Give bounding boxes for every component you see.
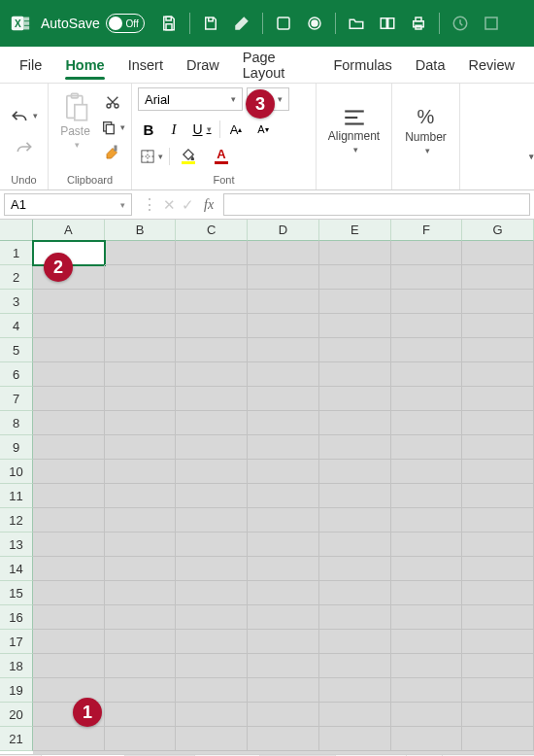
autosave-toggle[interactable]: AutoSave Off: [41, 14, 145, 33]
cell[interactable]: [248, 460, 319, 484]
cell[interactable]: [319, 557, 391, 581]
cell[interactable]: [33, 605, 105, 630]
cell[interactable]: [33, 387, 105, 411]
cell[interactable]: [391, 314, 463, 338]
redo-button[interactable]: [8, 135, 41, 158]
cell[interactable]: [319, 727, 391, 751]
cell[interactable]: [462, 630, 534, 654]
qat-icon-4[interactable]: [450, 13, 471, 34]
cell[interactable]: [462, 411, 534, 435]
cell[interactable]: [176, 290, 248, 314]
cell[interactable]: [391, 654, 463, 678]
column-header[interactable]: F: [391, 220, 463, 241]
cell[interactable]: [462, 290, 534, 314]
cell[interactable]: [391, 265, 463, 290]
cell[interactable]: [105, 727, 177, 751]
cell[interactable]: [176, 630, 248, 654]
cell[interactable]: [33, 630, 105, 654]
row-header[interactable]: 7: [0, 387, 33, 411]
cell[interactable]: [391, 605, 463, 630]
row-header[interactable]: 17: [0, 630, 33, 654]
cell[interactable]: [176, 241, 248, 265]
cell[interactable]: [462, 533, 534, 557]
cell[interactable]: [105, 362, 177, 387]
cell[interactable]: [319, 581, 391, 605]
cell[interactable]: [33, 557, 105, 581]
cell[interactable]: [105, 435, 177, 460]
cell[interactable]: [391, 387, 463, 411]
cell[interactable]: [462, 727, 534, 751]
column-header[interactable]: D: [248, 220, 319, 241]
cell[interactable]: [105, 484, 177, 508]
save-icon[interactable]: [158, 13, 180, 34]
cell[interactable]: [319, 362, 391, 387]
cell[interactable]: [462, 605, 534, 630]
cell[interactable]: [176, 265, 248, 290]
cell[interactable]: [462, 314, 534, 338]
row-header[interactable]: 5: [0, 338, 33, 362]
cell[interactable]: [248, 727, 319, 751]
cell[interactable]: [176, 678, 248, 703]
cell[interactable]: [319, 435, 391, 460]
cell[interactable]: [33, 460, 105, 484]
paste-button[interactable]: Paste ▾: [54, 87, 96, 150]
cell[interactable]: [319, 290, 391, 314]
cell[interactable]: [248, 557, 319, 581]
row-header[interactable]: 8: [0, 411, 33, 435]
row-header[interactable]: 19: [0, 678, 33, 703]
column-header[interactable]: B: [105, 220, 177, 241]
cell[interactable]: [33, 484, 105, 508]
cell[interactable]: [319, 265, 391, 290]
cell[interactable]: [105, 338, 177, 362]
cell[interactable]: [391, 241, 463, 265]
cell[interactable]: [33, 362, 105, 387]
cell[interactable]: [33, 581, 105, 605]
qat-icon-1[interactable]: [200, 13, 221, 34]
cell[interactable]: [391, 581, 463, 605]
cell[interactable]: [248, 411, 319, 435]
formula-input[interactable]: [223, 193, 530, 216]
cell[interactable]: [462, 460, 534, 484]
cell[interactable]: [462, 241, 534, 265]
tab-data[interactable]: Data: [404, 47, 457, 83]
cell[interactable]: [33, 435, 105, 460]
increase-font-button[interactable]: A▴: [224, 119, 248, 140]
cell[interactable]: [248, 703, 319, 727]
cell[interactable]: [176, 411, 248, 435]
cell[interactable]: [391, 727, 463, 751]
cell[interactable]: [319, 460, 391, 484]
cell[interactable]: [105, 387, 177, 411]
cell[interactable]: [391, 411, 463, 435]
cell[interactable]: [319, 508, 391, 533]
cell[interactable]: [462, 581, 534, 605]
cell[interactable]: [319, 241, 391, 265]
row-header[interactable]: 18: [0, 654, 33, 678]
tab-home[interactable]: Home: [53, 47, 116, 83]
cell[interactable]: [176, 314, 248, 338]
cell[interactable]: [248, 484, 319, 508]
cell[interactable]: [391, 557, 463, 581]
cell[interactable]: [105, 508, 177, 533]
cell[interactable]: [248, 387, 319, 411]
cell[interactable]: [105, 533, 177, 557]
cell[interactable]: [319, 605, 391, 630]
qat-icon-3[interactable]: [377, 13, 398, 34]
cell[interactable]: [462, 387, 534, 411]
cell[interactable]: [105, 411, 177, 435]
cell[interactable]: [391, 338, 463, 362]
italic-button[interactable]: I: [163, 119, 184, 140]
row-header[interactable]: 11: [0, 484, 33, 508]
cell[interactable]: [176, 581, 248, 605]
cell[interactable]: [176, 533, 248, 557]
cell[interactable]: [391, 703, 463, 727]
cell[interactable]: [391, 362, 463, 387]
cell[interactable]: [319, 703, 391, 727]
cell[interactable]: [176, 460, 248, 484]
row-header[interactable]: 21: [0, 727, 33, 751]
qat-icon-2[interactable]: [273, 13, 294, 34]
cancel-icon[interactable]: ✕: [163, 196, 176, 214]
tab-draw[interactable]: Draw: [175, 47, 231, 83]
cell[interactable]: [319, 654, 391, 678]
cell[interactable]: [462, 557, 534, 581]
column-header[interactable]: C: [176, 220, 248, 241]
